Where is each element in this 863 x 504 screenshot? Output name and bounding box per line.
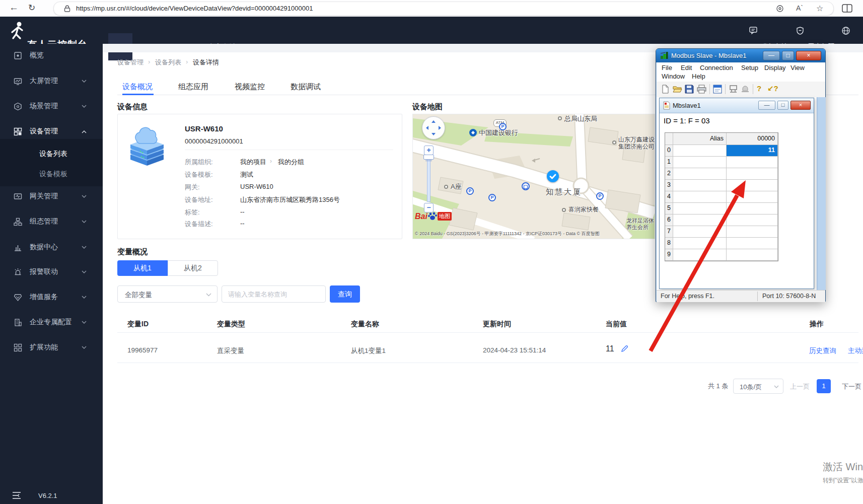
sidebar-item-config-mgmt[interactable]: 组态管理: [0, 211, 103, 232]
connection-icon[interactable]: [729, 85, 738, 94]
variable-type-dropdown[interactable]: 全部变量: [117, 285, 218, 303]
maximize-button[interactable]: □: [777, 101, 788, 110]
map-pan-control[interactable]: [422, 116, 445, 139]
sidebar-item-device-list[interactable]: 设备列表: [0, 144, 103, 164]
grid-alias-cell[interactable]: [673, 203, 727, 214]
back-icon[interactable]: ←: [9, 2, 19, 13]
menu-view[interactable]: View: [790, 64, 805, 71]
page-1-button[interactable]: 1: [817, 379, 831, 393]
close-button[interactable]: ×: [796, 51, 821, 60]
active-collect-link[interactable]: 主动采集: [848, 346, 863, 355]
sidebar-item-scene-mgmt[interactable]: 场景管理: [0, 96, 103, 116]
parking-marker[interactable]: P: [466, 187, 474, 195]
device-location-marker[interactable]: [547, 170, 559, 182]
collapse-sidebar-icon[interactable]: [12, 491, 21, 499]
modbus-titlebar[interactable]: Modbus Slave - Mbslave1 — □ ×: [656, 49, 825, 62]
grid-alias-cell[interactable]: [673, 226, 727, 238]
device-map[interactable]: 总局山东局 ATM 中国建设银行 P P P P 山东万鑫建设 集团济南公司 A…: [412, 114, 655, 239]
sidebar-item-enterprise-config[interactable]: 企业专属配置: [0, 312, 103, 332]
poi-marker[interactable]: [562, 208, 566, 212]
menu-display[interactable]: Display: [764, 64, 786, 71]
grid-value-cell[interactable]: [727, 226, 778, 238]
mbslave1-titlebar[interactable]: Mbslave1 — □ ×: [660, 98, 814, 113]
sidebar-item-device-template[interactable]: 设备模板: [0, 164, 103, 184]
sidebar-item-overview[interactable]: 概览: [0, 45, 103, 65]
parking-marker[interactable]: P: [488, 194, 496, 201]
print-icon[interactable]: [697, 85, 706, 94]
grid-alias-cell[interactable]: [673, 238, 727, 249]
maximize-button[interactable]: □: [782, 51, 794, 60]
menu-help[interactable]: Help: [692, 73, 705, 80]
poi-marker[interactable]: [612, 140, 616, 145]
address-bar[interactable]: https://mp.usr.cn/#/cloud/device/ViewDev…: [53, 2, 834, 16]
tab-config-app[interactable]: 组态应用: [178, 82, 208, 92]
grid-value-cell[interactable]: [727, 249, 778, 261]
slave1-tab[interactable]: 从机1: [117, 260, 168, 276]
map-zoom-handle[interactable]: [423, 155, 434, 160]
grid-alias-cell[interactable]: [673, 168, 727, 180]
context-help-icon[interactable]: ↙?: [767, 84, 778, 93]
modbus-slave-window[interactable]: Modbus Slave - Mbslave1 — □ × File Edit …: [656, 48, 826, 302]
breadcrumb-device-mgmt[interactable]: 设备管理: [117, 58, 143, 67]
save-icon[interactable]: [685, 85, 694, 94]
next-page-button[interactable]: 下一页: [842, 382, 861, 391]
history-query-link[interactable]: 历史查询: [809, 346, 836, 355]
variable-search-input[interactable]: [222, 285, 326, 303]
grid-value-cell[interactable]: [727, 238, 778, 249]
grid-alias-cell[interactable]: [673, 180, 727, 191]
grid-alias-cell[interactable]: [673, 145, 727, 157]
read-aloud-icon[interactable]: Aˋ: [796, 4, 803, 12]
menu-connection[interactable]: Connection: [700, 64, 733, 71]
sidebar-item-extensions[interactable]: 扩展功能: [0, 337, 103, 357]
grid-value-cell[interactable]: [727, 168, 778, 180]
grid-value-cell[interactable]: [727, 214, 778, 226]
tab-video-monitor[interactable]: 视频监控: [235, 82, 265, 92]
open-file-icon[interactable]: [673, 85, 682, 94]
sidebar-item-screen-mgmt[interactable]: 大屏管理: [0, 71, 103, 91]
grid-value-cell[interactable]: [727, 157, 778, 168]
sidebar-item-gateway-mgmt[interactable]: 网关管理: [0, 186, 103, 206]
sidebar-item-alarm-linkage[interactable]: 报警联动: [0, 262, 103, 282]
map-zoom-in-button[interactable]: +: [424, 146, 434, 155]
grid-alias-cell[interactable]: [673, 214, 727, 226]
minimize-button[interactable]: —: [763, 51, 780, 60]
minimize-button[interactable]: —: [758, 101, 775, 110]
sidebar-item-value-added[interactable]: 增值服务: [0, 287, 103, 307]
disconnect-icon[interactable]: [741, 85, 750, 94]
display-settings-icon[interactable]: [713, 85, 722, 94]
bus-stop-icon[interactable]: [522, 182, 530, 190]
location-icon[interactable]: [776, 5, 784, 13]
tab-device-overview[interactable]: 设备概况: [122, 82, 153, 92]
poi-marker[interactable]: [444, 185, 448, 189]
parking-marker[interactable]: P: [499, 123, 507, 130]
poi-marker[interactable]: [558, 116, 562, 120]
page-size-select[interactable]: 10条/页: [733, 379, 783, 394]
edit-value-icon[interactable]: [621, 345, 628, 352]
grid-alias-cell[interactable]: [673, 249, 727, 261]
menu-file[interactable]: File: [662, 64, 672, 71]
help-icon[interactable]: ?: [757, 84, 761, 93]
grid-value-cell[interactable]: [727, 180, 778, 191]
favorite-star-icon[interactable]: ☆: [816, 4, 823, 13]
tab-data-debug[interactable]: 数据调试: [291, 82, 321, 92]
sidebar-item-device-mgmt[interactable]: 设备管理: [0, 121, 103, 141]
menu-window[interactable]: Window: [662, 73, 685, 80]
refresh-icon[interactable]: ↻: [28, 3, 35, 14]
close-button[interactable]: ×: [790, 101, 811, 110]
new-file-icon[interactable]: [661, 85, 670, 94]
grid-value-cell[interactable]: [727, 191, 778, 203]
grid-value-cell-selected[interactable]: 11: [727, 145, 778, 157]
grid-value-cell[interactable]: [727, 203, 778, 214]
breadcrumb-device-list[interactable]: 设备列表: [155, 58, 181, 67]
grid-alias-cell[interactable]: [673, 191, 727, 203]
slave2-tab[interactable]: 从机2: [168, 260, 218, 276]
search-button[interactable]: 查询: [330, 285, 360, 303]
menu-edit[interactable]: Edit: [681, 64, 692, 71]
menu-setup[interactable]: Setup: [741, 64, 758, 71]
split-screen-icon[interactable]: [842, 4, 852, 13]
sidebar-item-data-center[interactable]: 数据中心: [0, 237, 103, 257]
mbslave1-window[interactable]: Mbslave1 — □ × ID = 1: F = 03 Alias 0000…: [659, 98, 814, 289]
parking-marker[interactable]: P: [596, 192, 604, 200]
prev-page-button[interactable]: 上一页: [790, 382, 810, 391]
grid-alias-cell[interactable]: [673, 157, 727, 168]
